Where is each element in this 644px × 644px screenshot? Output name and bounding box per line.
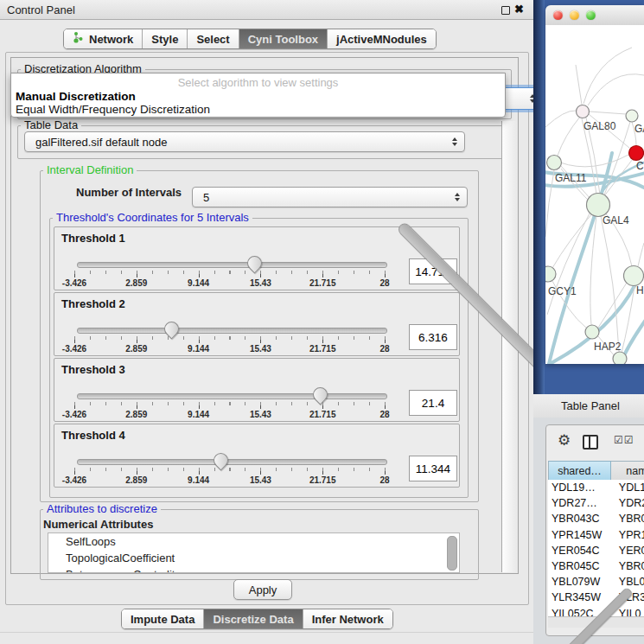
network-node[interactable] xyxy=(626,110,638,122)
network-node[interactable] xyxy=(613,352,627,364)
network-edge[interactable] xyxy=(601,216,619,352)
table-row[interactable]: YIL052CYIL0 xyxy=(548,606,644,617)
tab-infer-network[interactable]: Infer Network xyxy=(303,609,392,628)
cell-name[interactable]: YDR2 xyxy=(611,497,644,509)
tick-label: 2.859 xyxy=(125,344,147,354)
threshold-row: Threshold 1-3.4262.8599.14415.4321.71528… xyxy=(54,226,460,290)
tab-network[interactable]: Network xyxy=(64,29,143,48)
cell-shared-name[interactable]: YBL079W xyxy=(548,576,611,588)
tick-label: 15.43 xyxy=(250,344,271,354)
network-node[interactable] xyxy=(545,266,556,282)
attribute-list-item[interactable]: SelfLoops xyxy=(48,533,459,550)
float-window-icon[interactable] xyxy=(501,6,510,15)
network-edge[interactable] xyxy=(545,111,576,127)
cell-shared-name[interactable]: YDL19… xyxy=(548,481,611,494)
threshold-slider[interactable]: -3.4262.8599.14415.4321.71528 xyxy=(74,321,386,354)
threshold-value-field[interactable]: 11.344 xyxy=(409,456,457,481)
table-row[interactable]: YPR145WYPR1 xyxy=(548,527,644,543)
gear-icon[interactable]: ⚙ xyxy=(558,432,571,450)
cell-shared-name[interactable]: YBR043C xyxy=(548,513,611,525)
table-row[interactable]: YBR043CYBR0 xyxy=(548,511,644,526)
table-row[interactable]: YBR045CYBR0 xyxy=(548,558,644,574)
threshold-value-field[interactable]: 6.316 xyxy=(409,324,457,350)
network-node[interactable] xyxy=(624,266,644,286)
slider-track[interactable] xyxy=(77,328,387,334)
table-row[interactable]: YBL079WYBL0 xyxy=(548,574,644,590)
network-edge[interactable] xyxy=(547,210,591,315)
settings-vertical-scrollbar[interactable] xyxy=(501,121,518,572)
tick-label: 21.715 xyxy=(309,410,336,419)
attributes-list-scrollbar[interactable] xyxy=(447,536,457,571)
zoom-traffic-light[interactable] xyxy=(586,10,596,20)
network-node[interactable] xyxy=(629,146,644,161)
network-node[interactable] xyxy=(547,156,562,170)
close-traffic-light[interactable] xyxy=(553,10,563,20)
cell-shared-name[interactable]: YDR27… xyxy=(548,497,611,509)
network-edge[interactable] xyxy=(590,216,596,325)
table-data-label: Table Data xyxy=(21,119,81,131)
slider-track[interactable] xyxy=(77,393,387,399)
cell-shared-name[interactable]: YLR345W xyxy=(548,591,611,603)
table-row[interactable]: YDR27…YDR2 xyxy=(548,495,644,511)
cell-shared-name[interactable]: YER054C xyxy=(548,545,611,557)
network-window: GAL80GACGAL11GAL4GCY1HHAP2 xyxy=(545,5,644,364)
table-panel-region: ⚙ ☑☑ shared… name YDL19…YDL1YDR27…YDR2YB… xyxy=(533,418,644,644)
cell-name[interactable]: YDL1 xyxy=(611,481,644,494)
table-horizontal-scrollbar[interactable] xyxy=(548,616,644,628)
column-header-name[interactable]: name xyxy=(611,461,644,481)
table-row[interactable]: YER054CYER0 xyxy=(548,543,644,558)
threshold-slider[interactable]: -3.4262.8599.14415.4321.71528 xyxy=(74,452,386,485)
cell-name[interactable]: YBL0 xyxy=(611,576,644,588)
cell-name[interactable]: YBR0 xyxy=(611,560,644,572)
threshold-value-field[interactable]: 21.4 xyxy=(409,390,457,416)
table-data-combo[interactable]: galFiltered.sif default node xyxy=(24,131,465,152)
popup-item-equal-width-frequency[interactable]: Equal Width/Frequency Discretization xyxy=(16,103,210,116)
minimize-traffic-light[interactable] xyxy=(570,10,579,20)
slider-track[interactable] xyxy=(77,459,387,465)
column-header-shared-name[interactable]: shared… xyxy=(548,461,611,481)
network-node[interactable] xyxy=(577,105,590,118)
tab-jactivemnodules[interactable]: jActiveMNodules xyxy=(328,29,436,48)
tab-style[interactable]: Style xyxy=(143,29,188,48)
tick-label: 21.715 xyxy=(309,475,336,485)
number-of-intervals-combo[interactable]: 5 xyxy=(192,187,468,207)
popup-item-manual-discretization[interactable]: Manual Discretization xyxy=(16,90,136,103)
table-toolbar: ⚙ ☑☑ xyxy=(546,425,644,460)
cell-name[interactable]: YER0 xyxy=(611,545,644,557)
tab-impute-data[interactable]: Impute Data xyxy=(122,609,204,628)
numerical-attributes-list[interactable]: SelfLoopsTopologicalCoefficientBetweenne… xyxy=(48,532,460,573)
network-node[interactable] xyxy=(585,325,599,339)
network-edge[interactable] xyxy=(558,117,580,156)
cell-shared-name[interactable]: YBR045C xyxy=(548,560,611,572)
network-edge[interactable] xyxy=(638,243,644,266)
network-edge[interactable] xyxy=(590,112,626,114)
threshold-title: Threshold 1 xyxy=(61,232,125,245)
close-icon[interactable]: ✖ xyxy=(514,3,524,16)
column-browser-icon[interactable] xyxy=(583,435,598,450)
tab-cyni-toolbox[interactable]: Cyni Toolbox xyxy=(239,29,328,48)
apply-button[interactable]: Apply xyxy=(233,579,292,600)
network-edge[interactable] xyxy=(576,65,582,105)
network-edge[interactable] xyxy=(588,74,644,105)
tab-discretize-data[interactable]: Discretize Data xyxy=(204,609,303,628)
network-edge[interactable] xyxy=(545,170,554,237)
show-columns-checkboxes-icon[interactable]: ☑☑ xyxy=(614,434,634,446)
network-canvas[interactable]: GAL80GACGAL11GAL4GCY1HHAP2 xyxy=(545,25,644,364)
cell-shared-name[interactable]: YPR145W xyxy=(548,529,611,541)
table-row[interactable]: YDL19…YDL1 xyxy=(548,480,644,495)
control-panel-titlebar: Control Panel xyxy=(0,0,533,20)
threshold-slider[interactable]: -3.4262.8599.14415.4321.71528 xyxy=(74,255,386,288)
attribute-list-item[interactable]: TopologicalCoefficient xyxy=(48,550,459,566)
cell-name[interactable]: YPR1 xyxy=(611,529,644,541)
slider-track[interactable] xyxy=(77,262,387,268)
tab-select[interactable]: Select xyxy=(188,29,239,48)
node-table: ⚙ ☑☑ shared… name YDL19…YDL1YDR27…YDR2YB… xyxy=(545,424,644,636)
network-node[interactable] xyxy=(587,194,610,217)
threshold-slider[interactable]: -3.4262.8599.14415.4321.71528 xyxy=(74,386,386,419)
attribute-list-item[interactable]: BetweennessCentrality xyxy=(48,566,459,573)
threshold-row: Threshold 2-3.4262.8599.14415.4321.71528… xyxy=(54,292,460,356)
tick-label: 15.43 xyxy=(250,475,271,485)
network-edge[interactable] xyxy=(583,48,632,104)
cell-name[interactable]: YBR0 xyxy=(611,513,644,525)
table-data-combo-value: galFiltered.sif default node xyxy=(35,136,167,149)
